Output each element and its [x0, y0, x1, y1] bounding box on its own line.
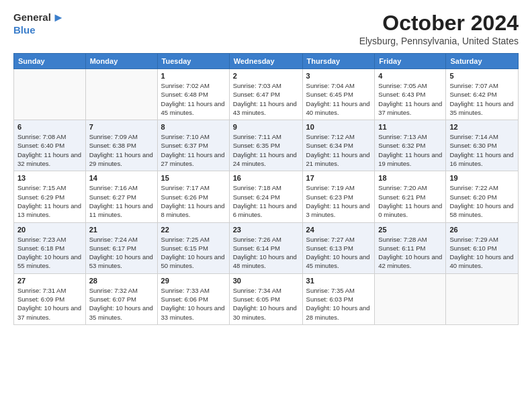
calendar-cell: 23Sunrise: 7:26 AMSunset: 6:14 PMDayligh… [229, 222, 302, 273]
calendar-cell: 17Sunrise: 7:19 AMSunset: 6:23 PMDayligh… [302, 171, 375, 222]
header: General ► Blue October 2024 Elysburg, Pe… [13, 11, 519, 46]
day-info: Sunrise: 7:11 AMSunset: 6:35 PMDaylight:… [233, 132, 299, 168]
day-info: Sunrise: 7:02 AMSunset: 6:48 PMDaylight:… [161, 81, 226, 117]
day-number: 25 [378, 226, 442, 234]
calendar-week-row: 27Sunrise: 7:31 AMSunset: 6:09 PMDayligh… [14, 273, 519, 324]
day-info: Sunrise: 7:27 AMSunset: 6:13 PMDaylight:… [306, 235, 371, 271]
calendar-cell: 27Sunrise: 7:31 AMSunset: 6:09 PMDayligh… [14, 273, 86, 324]
day-number: 5 [449, 72, 515, 80]
day-number: 20 [17, 226, 82, 234]
calendar-cell: 1Sunrise: 7:02 AMSunset: 6:48 PMDaylight… [157, 69, 229, 120]
day-number: 11 [378, 123, 442, 131]
day-info: Sunrise: 7:14 AMSunset: 6:30 PMDaylight:… [449, 132, 515, 168]
col-monday: Monday [85, 54, 157, 69]
calendar-cell: 13Sunrise: 7:15 AMSunset: 6:29 PMDayligh… [14, 171, 86, 222]
day-info: Sunrise: 7:16 AMSunset: 6:27 PMDaylight:… [89, 183, 154, 219]
day-number: 9 [233, 123, 299, 131]
day-number: 24 [306, 226, 371, 234]
calendar-cell: 18Sunrise: 7:20 AMSunset: 6:21 PMDayligh… [375, 171, 446, 222]
calendar-cell: 21Sunrise: 7:24 AMSunset: 6:17 PMDayligh… [85, 222, 157, 273]
col-saturday: Saturday [446, 54, 519, 69]
calendar-cell: 7Sunrise: 7:09 AMSunset: 6:38 PMDaylight… [85, 120, 157, 171]
day-info: Sunrise: 7:10 AMSunset: 6:37 PMDaylight:… [161, 132, 226, 168]
day-info: Sunrise: 7:23 AMSunset: 6:18 PMDaylight:… [17, 235, 82, 271]
day-info: Sunrise: 7:09 AMSunset: 6:38 PMDaylight:… [89, 132, 154, 168]
calendar-cell [85, 69, 157, 120]
day-info: Sunrise: 7:24 AMSunset: 6:17 PMDaylight:… [89, 235, 154, 271]
calendar-cell: 19Sunrise: 7:22 AMSunset: 6:20 PMDayligh… [446, 171, 519, 222]
day-number: 30 [233, 277, 299, 285]
calendar-cell: 8Sunrise: 7:10 AMSunset: 6:37 PMDaylight… [157, 120, 229, 171]
day-number: 31 [306, 277, 371, 285]
day-info: Sunrise: 7:35 AMSunset: 6:03 PMDaylight:… [306, 286, 371, 322]
day-number: 23 [233, 226, 299, 234]
day-info: Sunrise: 7:28 AMSunset: 6:11 PMDaylight:… [378, 235, 442, 271]
day-number: 8 [161, 123, 226, 131]
day-number: 6 [17, 123, 82, 131]
day-number: 7 [89, 123, 154, 131]
logo-general-text: General [13, 12, 51, 24]
logo: General ► Blue [13, 11, 64, 36]
calendar-cell: 9Sunrise: 7:11 AMSunset: 6:35 PMDaylight… [229, 120, 302, 171]
day-number: 28 [89, 277, 154, 285]
calendar-cell: 20Sunrise: 7:23 AMSunset: 6:18 PMDayligh… [14, 222, 86, 273]
day-number: 22 [161, 226, 226, 234]
calendar-cell: 2Sunrise: 7:03 AMSunset: 6:47 PMDaylight… [229, 69, 302, 120]
day-number: 14 [89, 174, 154, 182]
day-number: 16 [233, 174, 299, 182]
day-number: 15 [161, 174, 226, 182]
col-thursday: Thursday [302, 54, 375, 69]
calendar-header-row: Sunday Monday Tuesday Wednesday Thursday… [14, 54, 519, 69]
day-info: Sunrise: 7:08 AMSunset: 6:40 PMDaylight:… [17, 132, 82, 168]
logo-blue-text: Blue [13, 25, 36, 36]
day-info: Sunrise: 7:17 AMSunset: 6:26 PMDaylight:… [161, 183, 226, 219]
calendar-cell: 31Sunrise: 7:35 AMSunset: 6:03 PMDayligh… [302, 273, 375, 324]
calendar-cell: 14Sunrise: 7:16 AMSunset: 6:27 PMDayligh… [85, 171, 157, 222]
page: General ► Blue October 2024 Elysburg, Pe… [0, 0, 532, 411]
day-info: Sunrise: 7:12 AMSunset: 6:34 PMDaylight:… [306, 132, 371, 168]
calendar-cell: 26Sunrise: 7:29 AMSunset: 6:10 PMDayligh… [446, 222, 519, 273]
calendar-table: Sunday Monday Tuesday Wednesday Thursday… [13, 53, 519, 325]
day-info: Sunrise: 7:26 AMSunset: 6:14 PMDaylight:… [233, 235, 299, 271]
calendar-week-row: 6Sunrise: 7:08 AMSunset: 6:40 PMDaylight… [14, 120, 519, 171]
calendar-cell [446, 273, 519, 324]
month-title: October 2024 [359, 11, 519, 36]
day-info: Sunrise: 7:03 AMSunset: 6:47 PMDaylight:… [233, 81, 299, 117]
calendar-cell: 4Sunrise: 7:05 AMSunset: 6:43 PMDaylight… [375, 69, 446, 120]
day-number: 19 [449, 174, 515, 182]
day-info: Sunrise: 7:31 AMSunset: 6:09 PMDaylight:… [17, 286, 82, 322]
day-number: 27 [17, 277, 82, 285]
calendar-week-row: 13Sunrise: 7:15 AMSunset: 6:29 PMDayligh… [14, 171, 519, 222]
day-info: Sunrise: 7:15 AMSunset: 6:29 PMDaylight:… [17, 183, 82, 219]
calendar-cell: 3Sunrise: 7:04 AMSunset: 6:45 PMDaylight… [302, 69, 375, 120]
day-info: Sunrise: 7:22 AMSunset: 6:20 PMDaylight:… [449, 183, 515, 219]
col-sunday: Sunday [14, 54, 86, 69]
day-number: 2 [233, 72, 299, 80]
day-number: 3 [306, 72, 371, 80]
calendar-cell: 15Sunrise: 7:17 AMSunset: 6:26 PMDayligh… [157, 171, 229, 222]
title-block: October 2024 Elysburg, Pennsylvania, Uni… [359, 11, 519, 46]
calendar-cell: 25Sunrise: 7:28 AMSunset: 6:11 PMDayligh… [375, 222, 446, 273]
day-number: 18 [378, 174, 442, 182]
calendar-week-row: 1Sunrise: 7:02 AMSunset: 6:48 PMDaylight… [14, 69, 519, 120]
calendar-cell [14, 69, 86, 120]
day-number: 1 [161, 72, 226, 80]
day-number: 10 [306, 123, 371, 131]
day-number: 12 [449, 123, 515, 131]
day-info: Sunrise: 7:13 AMSunset: 6:32 PMDaylight:… [378, 132, 442, 168]
day-number: 17 [306, 174, 371, 182]
day-info: Sunrise: 7:05 AMSunset: 6:43 PMDaylight:… [378, 81, 442, 117]
col-friday: Friday [375, 54, 446, 69]
day-info: Sunrise: 7:04 AMSunset: 6:45 PMDaylight:… [306, 81, 371, 117]
col-wednesday: Wednesday [229, 54, 302, 69]
day-info: Sunrise: 7:29 AMSunset: 6:10 PMDaylight:… [449, 235, 515, 271]
col-tuesday: Tuesday [157, 54, 229, 69]
day-info: Sunrise: 7:34 AMSunset: 6:05 PMDaylight:… [233, 286, 299, 322]
calendar-cell: 6Sunrise: 7:08 AMSunset: 6:40 PMDaylight… [14, 120, 86, 171]
day-info: Sunrise: 7:33 AMSunset: 6:06 PMDaylight:… [161, 286, 226, 322]
calendar-week-row: 20Sunrise: 7:23 AMSunset: 6:18 PMDayligh… [14, 222, 519, 273]
location-subtitle: Elysburg, Pennsylvania, United States [359, 36, 519, 46]
day-number: 26 [449, 226, 515, 234]
day-info: Sunrise: 7:32 AMSunset: 6:07 PMDaylight:… [89, 286, 154, 322]
day-number: 21 [89, 226, 154, 234]
